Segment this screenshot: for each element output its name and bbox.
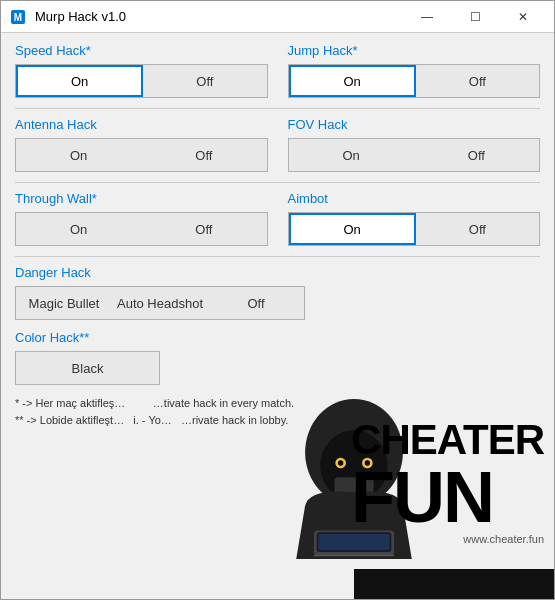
row-antenna-fov: Antenna Hack On Off FOV Hack On Off (15, 117, 540, 172)
auto-headshot-button[interactable]: Auto Headshot (112, 287, 208, 319)
color-hack-label: Color Hack** (15, 330, 540, 345)
divider-2 (15, 182, 540, 183)
speed-hack-toggle: On Off (15, 64, 268, 98)
window-title: Murp Hack v1.0 (35, 9, 404, 24)
jump-hack-section: Jump Hack* On Off (288, 43, 541, 98)
fov-hack-on-button[interactable]: On (289, 139, 414, 171)
aimbot-off-button[interactable]: Off (416, 213, 539, 245)
aimbot-toggle: On Off (288, 212, 541, 246)
through-wall-on-button[interactable]: On (16, 213, 141, 245)
danger-hack-label: Danger Hack (15, 265, 540, 280)
maximize-button[interactable]: ☐ (452, 5, 498, 29)
divider-3 (15, 256, 540, 257)
main-content: Speed Hack* On Off Jump Hack* On Off Ant… (1, 33, 554, 599)
color-hack-section: Color Hack** Black (15, 330, 540, 385)
watermark-area: CHEATER FUN www.cheater.fun (274, 399, 554, 599)
svg-point-3 (320, 430, 388, 501)
through-wall-label: Through Wall* (15, 191, 268, 206)
titlebar: M Murp Hack v1.0 — ☐ ✕ (1, 1, 554, 33)
svg-point-4 (335, 458, 346, 469)
black-button[interactable]: Black (16, 352, 159, 384)
magic-bullet-button[interactable]: Magic Bullet (16, 287, 112, 319)
danger-hack-toggle: Magic Bullet Auto Headshot Off (15, 286, 305, 320)
svg-point-6 (338, 460, 343, 465)
danger-off-button[interactable]: Off (208, 287, 304, 319)
svg-text:M: M (14, 12, 22, 23)
antenna-hack-toggle: On Off (15, 138, 268, 172)
svg-rect-9 (314, 531, 394, 556)
through-wall-toggle: On Off (15, 212, 268, 246)
fov-hack-label: FOV Hack (288, 117, 541, 132)
color-hack-toggle: Black (15, 351, 160, 385)
speed-hack-section: Speed Hack* On Off (15, 43, 268, 98)
minimize-button[interactable]: — (404, 5, 450, 29)
website-url: www.cheater.fun (351, 533, 544, 545)
window-controls: — ☐ ✕ (404, 5, 546, 29)
footer-line2: ** -> Lobide aktifleşt… i. - Yo… …rivate… (15, 412, 540, 429)
jump-hack-on-button[interactable]: On (289, 65, 416, 97)
app-window: M Murp Hack v1.0 — ☐ ✕ Speed Hack* On Of… (0, 0, 555, 600)
fov-hack-toggle: On Off (288, 138, 541, 172)
close-button[interactable]: ✕ (500, 5, 546, 29)
jump-hack-label: Jump Hack* (288, 43, 541, 58)
speed-hack-on-button[interactable]: On (16, 65, 143, 97)
cheater-fun-watermark: CHEATER FUN www.cheater.fun (351, 419, 544, 545)
svg-rect-8 (334, 477, 373, 493)
fov-hack-section: FOV Hack On Off (288, 117, 541, 172)
row-speed-jump: Speed Hack* On Off Jump Hack* On Off (15, 43, 540, 98)
footer-line1: * -> Her maç aktifleş… …tivate hack in e… (15, 395, 540, 412)
antenna-hack-on-button[interactable]: On (16, 139, 141, 171)
footer-notes: * -> Her maç aktifleş… …tivate hack in e… (15, 395, 540, 428)
divider-1 (15, 108, 540, 109)
aimbot-on-button[interactable]: On (289, 213, 416, 245)
svg-rect-11 (318, 534, 389, 550)
through-wall-off-button[interactable]: Off (141, 213, 266, 245)
aimbot-label: Aimbot (288, 191, 541, 206)
antenna-hack-off-button[interactable]: Off (141, 139, 266, 171)
fun-word: FUN (351, 461, 544, 533)
speed-hack-off-button[interactable]: Off (143, 65, 266, 97)
app-icon: M (9, 8, 27, 26)
speed-hack-label: Speed Hack* (15, 43, 268, 58)
fov-hack-off-button[interactable]: Off (414, 139, 539, 171)
antenna-hack-label: Antenna Hack (15, 117, 268, 132)
jump-hack-toggle: On Off (288, 64, 541, 98)
jump-hack-off-button[interactable]: Off (416, 65, 539, 97)
row-wall-aimbot: Through Wall* On Off Aimbot On Off (15, 191, 540, 246)
danger-hack-section: Danger Hack Magic Bullet Auto Headshot O… (15, 265, 540, 320)
aimbot-section: Aimbot On Off (288, 191, 541, 246)
svg-point-5 (362, 458, 373, 469)
svg-point-7 (365, 460, 370, 465)
censor-bar (354, 569, 554, 599)
through-wall-section: Through Wall* On Off (15, 191, 268, 246)
svg-rect-10 (317, 532, 392, 552)
antenna-hack-section: Antenna Hack On Off (15, 117, 268, 172)
